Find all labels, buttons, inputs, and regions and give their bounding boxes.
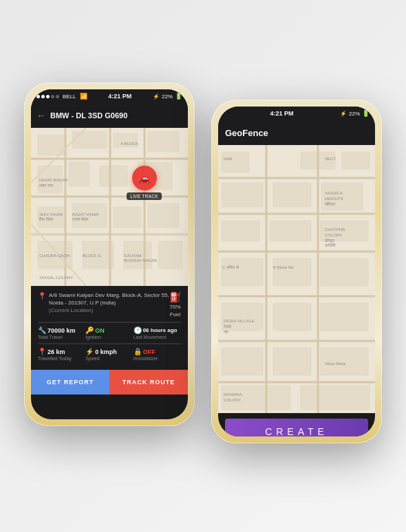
screen-container-2: 4:21 PM ⚡ 22% 🔋 GeoFence (218, 107, 375, 436)
fuel-label: Fuel (170, 311, 181, 318)
svg-text:COLONY: COLONY (224, 398, 241, 402)
svg-rect-12 (148, 203, 179, 228)
svg-text:B Block Rd: B Block Rd (273, 265, 294, 269)
svg-rect-4 (148, 131, 179, 152)
nav-bar-1: ← BMW - DL 3SD G0690 (31, 103, 188, 128)
total-travel-label: Total Travel (38, 335, 85, 340)
speed-icon: ⚡ (85, 348, 94, 355)
svg-text:C अनिल मो: C अनिल मो (222, 265, 239, 269)
immobilizer-value: OFF (143, 348, 156, 355)
nav-title-2: GeoFence (225, 128, 268, 138)
svg-rect-54 (222, 348, 263, 375)
svg-rect-45 (222, 221, 259, 241)
battery-label-1: 22% (162, 93, 173, 100)
battery-icon-2: 🔋 (362, 110, 370, 117)
svg-rect-46 (270, 221, 311, 241)
ignition-icon: 🔑 (85, 326, 94, 334)
status-right-1: ⚡ 22% 🔋 (153, 93, 182, 100)
screen-container-1: BELL 📶 4:21 PM ⚡ 22% 🔋 ← BMW - DL 3SD G0… (31, 89, 188, 419)
svg-rect-49 (273, 258, 311, 286)
svg-rect-43 (273, 183, 311, 207)
map-area-1: HAYAT NAGAR हयात नगर SHIV VIHAR शिव विहा… (31, 128, 188, 286)
svg-rect-52 (273, 303, 311, 331)
svg-text:DESAI VILLAGE: DESAI VILLAGE (224, 319, 255, 323)
odometer-icon: 🔧 (38, 326, 46, 334)
track-route-button[interactable]: TRACK ROUTE (109, 370, 188, 395)
svg-text:BUDDHA NAGAR: BUDDHA NAGAR (124, 258, 158, 263)
travelled-today-value: 26 km (47, 348, 65, 355)
svg-text:HAYAT NAGAR: HAYAT NAGAR (39, 178, 68, 182)
signal-dot-5 (56, 95, 59, 98)
marker-circle: 🚗 (132, 166, 157, 190)
ignition-label: Ignition (85, 335, 133, 340)
address-row: 📍 A/8 Swami Kalyan Dev Marg, Block-A, Se… (38, 291, 181, 318)
fuel-icon: ⛽ (169, 291, 181, 302)
svg-text:SECT: SECT (325, 157, 336, 161)
svg-text:GAUTAM: GAUTAM (124, 254, 141, 258)
immobilizer-label: Immobilizer (133, 356, 181, 361)
stat-immobilizer: 🔒 OFF Immobilizer (133, 348, 181, 361)
live-track-label: LIVE TRACK (127, 192, 162, 200)
bluetooth-icon-2: ⚡ (340, 111, 347, 117)
svg-text:YASHICA: YASHICA (325, 191, 343, 195)
carrier-label: BELL (63, 93, 76, 100)
get-report-button[interactable]: GET REPORT (31, 370, 109, 395)
svg-rect-7 (100, 166, 127, 186)
create-geofence-button[interactable]: CREATE (225, 419, 368, 436)
svg-text:शिव विहार: शिव विहार (39, 217, 54, 221)
svg-rect-11 (114, 207, 141, 228)
nav-bar-2: GeoFence (218, 120, 375, 145)
svg-text:KRISHNA: KRISHNA (224, 392, 242, 397)
stat-ignition: 🔑 ON Ignition (85, 326, 133, 340)
ignition-value: ON (95, 327, 105, 334)
svg-text:CHAURA GAON: CHAURA GAON (39, 254, 70, 258)
bluetooth-icon-1: ⚡ (153, 93, 160, 100)
svg-rect-44 (222, 183, 263, 207)
status-right-2: ⚡ 22% 🔋 (340, 110, 370, 117)
screen-2: 4:21 PM ⚡ 22% 🔋 GeoFence (218, 107, 375, 436)
create-button-label: CREATE (265, 426, 328, 436)
stats-row-1: 🔧 70000 km Total Travel 🔑 ON Ignition (38, 322, 181, 343)
last-movement-label: Last Movement (133, 335, 181, 340)
status-bar-2: 4:21 PM ⚡ 22% 🔋 (218, 107, 375, 120)
nav-title-1: BMW - DL 3SD G0690 (50, 111, 182, 120)
signal-dot-4 (51, 95, 54, 98)
phone-device-1: BELL 📶 4:21 PM ⚡ 22% 🔋 ← BMW - DL 3SD G0… (24, 82, 195, 426)
signal-dot-1 (36, 95, 40, 98)
battery-label-2: 22% (349, 111, 360, 117)
live-track-marker: 🚗 LIVE TRACK (127, 166, 162, 200)
svg-rect-6 (69, 162, 89, 186)
status-left-1: BELL 📶 (36, 93, 87, 100)
map-area-2: HAR SECT YASHICA HEIGHTS यांशिका CHOTPUR… (218, 145, 375, 413)
location-label: (Current Location) (49, 307, 169, 314)
address-text: A/8 Swami Kalyan Dev Marg, Block-A, Sect… (49, 291, 169, 307)
distance-icon: 📍 (38, 348, 46, 355)
svg-text:कॉलोनी: कॉलोनी (324, 243, 336, 247)
svg-text:SHIV VIHAR: SHIV VIHAR (39, 212, 63, 217)
location-pin-icon: 📍 (38, 292, 46, 300)
signal-dots (36, 95, 59, 98)
phone-device-2: 4:21 PM ⚡ 22% 🔋 GeoFence (211, 100, 382, 443)
fuel-info: ⛽ 70% Fuel (169, 291, 181, 318)
svg-text:COLONY: COLONY (325, 233, 342, 237)
svg-text:CHOTPUR: CHOTPUR (325, 228, 345, 232)
stat-total-travel: 🔧 70000 km Total Travel (38, 326, 85, 340)
last-movement-value: 06 hours ago (143, 327, 178, 333)
svg-text:यांशिका: यांशिका (324, 201, 336, 206)
back-button-1[interactable]: ← (36, 110, 46, 121)
stat-last-movement: 🕐 06 hours ago Last Movement (133, 326, 181, 340)
speed-value: 0 kmph (95, 348, 117, 355)
stat-travelled-today: 📍 26 km Travelled Today (38, 348, 85, 361)
immobilizer-icon: 🔒 (133, 348, 142, 355)
signal-dot-2 (41, 95, 45, 98)
svg-text:गांव: गांव (223, 329, 229, 334)
svg-rect-41 (342, 152, 370, 169)
stats-row-2: 📍 26 km Travelled Today ⚡ 0 kmph Speed (38, 344, 181, 364)
clock-icon: 🕐 (133, 326, 142, 334)
svg-rect-16 (158, 241, 182, 269)
svg-text:देसाई: देसाई (223, 324, 231, 329)
svg-text:राजत विहार: राजत विहार (72, 217, 89, 221)
svg-text:छोटपुर: छोटपुर (324, 238, 334, 243)
svg-rect-58 (301, 386, 370, 410)
stat-speed: ⚡ 0 kmph Speed (85, 348, 133, 361)
